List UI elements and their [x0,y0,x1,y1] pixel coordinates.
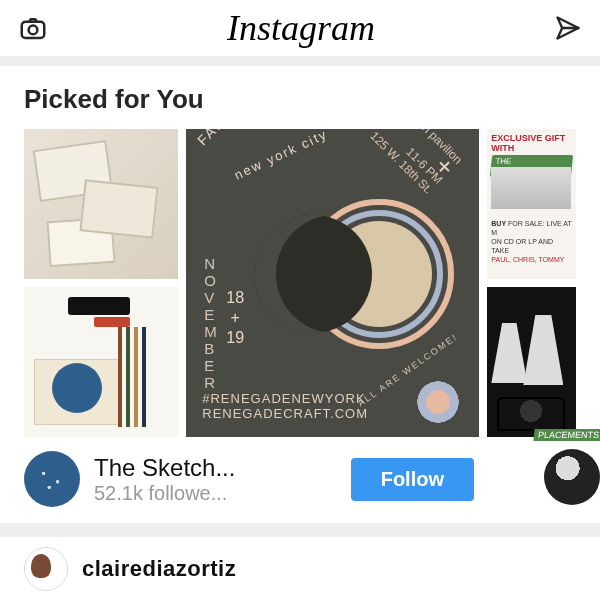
peek-tag: PLACEMENTS [533,429,600,441]
svg-rect-0 [22,22,45,38]
username-block[interactable]: The Sketch... 52.1k followe... [94,454,337,505]
picked-carousel[interactable]: FAIR RENEGADE new york city metropolitan… [0,129,600,437]
thumb-sketchbooks[interactable] [24,129,178,279]
promo-header: EXCLUSIVE GIFT WITH [491,133,572,153]
feed-avatar[interactable] [24,547,68,591]
app-title: Instagram [227,7,375,49]
small-moon-graphic [417,381,459,423]
poster-month-vertical: NOVEMBER [204,255,223,391]
profile-name: The Sketch... [94,454,337,482]
peek-avatar[interactable] [544,449,600,505]
poster-dates: 18 + 19 [226,289,244,347]
paper-plane-icon[interactable] [554,14,582,42]
poster-date-plus: + [230,309,239,327]
poster-renegade-craft[interactable]: FAIR RENEGADE new york city metropolitan… [186,129,479,437]
avatar[interactable] [24,451,80,507]
promo-sale-text: BUY FOR SALE: LIVE AT MON CD OR LP AND T… [491,219,572,264]
poster-site: RENEGADECRAFT.COM [202,406,368,421]
thumb-band-amp[interactable] [487,287,576,437]
thumb-replacements-promo[interactable]: EXCLUSIVE GIFT WITH THE REPLACEMENTS BUY… [487,129,576,279]
poster-footer: #RENEGADENEWYORK RENEGADECRAFT.COM [202,391,368,421]
app-header: Instagram [0,0,600,56]
right-thumb-column: EXCLUSIVE GIFT WITH THE REPLACEMENTS BUY… [487,129,576,437]
poster-hashtag: #RENEGADENEWYORK [202,391,368,406]
left-thumb-column [24,129,178,437]
section-divider [0,56,600,66]
moon-graphic [282,199,432,349]
profile-followers: 52.1k followe... [94,482,337,505]
follow-button[interactable]: Follow [351,458,474,501]
svg-point-1 [29,26,38,35]
band-photo [491,167,571,209]
thumb-art-supplies[interactable] [24,287,178,437]
feed-username: clairediazortiz [82,556,236,582]
section-heading: Picked for You [0,66,600,129]
poster-text-city: new york city [232,129,330,183]
suggested-profile-row: The Sketch... 52.1k followe... Follow [0,437,498,513]
camera-icon[interactable] [18,13,48,43]
poster-date1: 18 [226,289,244,307]
next-profile-peek[interactable]: PLACEMENTS [510,449,600,612]
poster-venue-block: metropolitan pavilion + 11-6 PM 125 W. 1… [348,129,465,197]
poster-date2: 19 [226,329,244,347]
